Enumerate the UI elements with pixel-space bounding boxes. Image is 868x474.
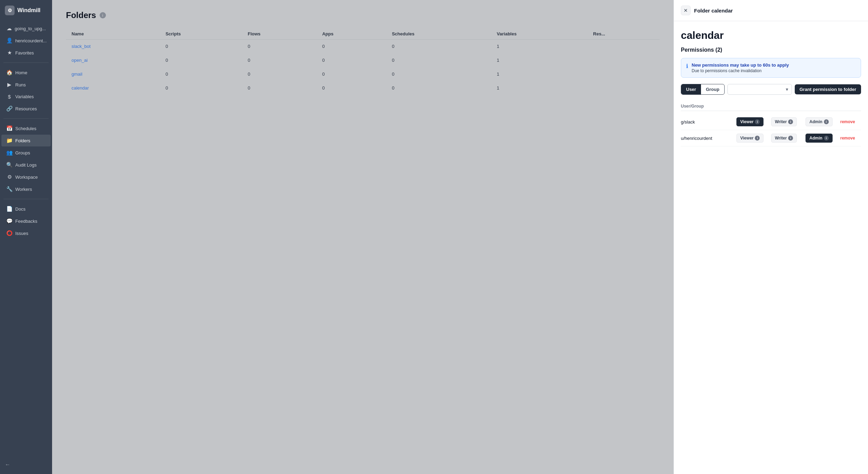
folder-link[interactable]: gmail bbox=[72, 71, 82, 77]
writer-button[interactable]: Writer i bbox=[771, 134, 797, 143]
workspace-nav-label: Workspace bbox=[15, 175, 38, 180]
audit-logs-icon: 🔍 bbox=[6, 162, 12, 168]
sidebar-item-runs[interactable]: ▶ Runs bbox=[1, 79, 51, 91]
workers-label: Workers bbox=[15, 187, 32, 192]
sidebar-item-groups[interactable]: 👥 Groups bbox=[1, 147, 51, 159]
grant-row: User Group ▼ Grant permission to folder bbox=[681, 84, 861, 95]
user-select-wrapper: ▼ bbox=[727, 84, 792, 95]
col-flows: Flows bbox=[242, 28, 317, 40]
panel-header-title: Folder calendar bbox=[694, 8, 733, 14]
table-row: gmail 0 0 0 0 1 bbox=[66, 67, 660, 81]
perm-table-header: User/Group bbox=[681, 102, 861, 111]
workspace-icon: ☁ bbox=[6, 25, 12, 32]
title-info-icon[interactable]: i bbox=[100, 12, 106, 18]
row-apps: 0 bbox=[317, 81, 386, 95]
viewer-button[interactable]: Viewer i bbox=[736, 117, 763, 126]
viewer-button[interactable]: Viewer i bbox=[736, 134, 763, 143]
workspace-settings-icon: ⚙ bbox=[6, 174, 12, 180]
row-res bbox=[587, 81, 660, 95]
folder-link[interactable]: slack_bot bbox=[72, 44, 91, 49]
back-button[interactable]: ← bbox=[0, 458, 52, 471]
row-res bbox=[587, 40, 660, 53]
schedules-icon: 📅 bbox=[6, 125, 12, 132]
feedbacks-icon: 💬 bbox=[6, 218, 12, 224]
issues-label: Issues bbox=[15, 231, 28, 236]
row-res bbox=[587, 53, 660, 67]
permission-row: u/henricourdent Viewer i Writer i Admin … bbox=[681, 130, 861, 146]
schedules-label: Schedules bbox=[15, 126, 36, 131]
viewer-info-icon: i bbox=[755, 119, 760, 124]
row-scripts: 0 bbox=[160, 53, 242, 67]
folders-table: Name Scripts Flows Apps Schedules Variab… bbox=[66, 28, 660, 95]
audit-logs-label: Audit Logs bbox=[15, 162, 36, 168]
perm-user-name: u/henricourdent bbox=[681, 136, 736, 141]
row-schedules: 0 bbox=[386, 40, 491, 53]
sidebar-item-schedules[interactable]: 📅 Schedules bbox=[1, 122, 51, 134]
workspace-label: going_to_upg... bbox=[15, 26, 46, 31]
sidebar-item-docs[interactable]: 📄 Docs bbox=[1, 203, 51, 215]
home-icon: 🏠 bbox=[6, 69, 12, 76]
permission-row: g/slack Viewer i Writer i Admin i remove bbox=[681, 114, 861, 130]
perm-col-writer bbox=[771, 104, 806, 109]
writer-cell: Writer i bbox=[771, 117, 806, 126]
row-variables: 1 bbox=[491, 67, 587, 81]
user-select[interactable] bbox=[727, 84, 792, 95]
user-toggle-button[interactable]: User bbox=[681, 84, 701, 94]
sidebar-item-workspace[interactable]: ☁ going_to_upg... bbox=[1, 23, 51, 34]
group-toggle-button[interactable]: Group bbox=[701, 84, 724, 94]
folder-link[interactable]: open_ai bbox=[72, 58, 87, 63]
sidebar-item-favorites[interactable]: ★ Favorites bbox=[1, 47, 51, 59]
workers-icon: 🔧 bbox=[6, 186, 12, 192]
viewer-cell: Viewer i bbox=[736, 117, 771, 126]
nav-section: 🏠 Home ▶ Runs $ Variables 🔗 Resources bbox=[0, 65, 52, 116]
resources-label: Resources bbox=[15, 106, 37, 111]
col-apps: Apps bbox=[317, 28, 386, 40]
logo-icon: ⚙ bbox=[5, 6, 15, 15]
sidebar-item-folders[interactable]: 📁 Folders bbox=[1, 135, 51, 146]
sidebar-item-home[interactable]: 🏠 Home bbox=[1, 67, 51, 78]
sidebar-item-audit-logs[interactable]: 🔍 Audit Logs bbox=[1, 159, 51, 171]
user-icon: 👤 bbox=[6, 37, 12, 44]
admin-info-icon: i bbox=[824, 136, 829, 141]
info-banner: ℹ New permissions may take up to 60s to … bbox=[681, 58, 861, 78]
admin-button[interactable]: Admin i bbox=[806, 117, 832, 126]
divider-2 bbox=[3, 118, 49, 119]
sidebar-item-user[interactable]: 👤 henricourdent... bbox=[1, 35, 51, 46]
col-scripts: Scripts bbox=[160, 28, 242, 40]
variables-icon: $ bbox=[6, 94, 12, 100]
remove-permission-button[interactable]: remove bbox=[840, 119, 861, 124]
sidebar-item-resources[interactable]: 🔗 Resources bbox=[1, 103, 51, 115]
close-panel-button[interactable]: ✕ bbox=[681, 6, 691, 15]
col-name: Name bbox=[66, 28, 160, 40]
favorites-label: Favorites bbox=[15, 50, 34, 56]
row-scripts: 0 bbox=[160, 67, 242, 81]
admin-button[interactable]: Admin i bbox=[806, 134, 832, 143]
row-variables: 1 bbox=[491, 81, 587, 95]
viewer-info-icon: i bbox=[755, 136, 760, 141]
row-flows: 0 bbox=[242, 53, 317, 67]
runs-icon: ▶ bbox=[6, 82, 12, 88]
col-schedules: Schedules bbox=[386, 28, 491, 40]
sidebar-item-workers[interactable]: 🔧 Workers bbox=[1, 183, 51, 195]
app-logo[interactable]: ⚙ Windmill bbox=[0, 0, 52, 21]
folder-link[interactable]: calendar bbox=[72, 85, 89, 91]
sidebar-item-workspace[interactable]: ⚙ Workspace bbox=[1, 171, 51, 183]
perm-col-admin bbox=[806, 104, 840, 109]
issues-icon: ⭕ bbox=[6, 230, 12, 236]
info-banner-title: New permissions may take up to 60s to ap… bbox=[692, 62, 789, 68]
variables-label: Variables bbox=[15, 94, 34, 99]
writer-button[interactable]: Writer i bbox=[771, 117, 797, 126]
remove-permission-button[interactable]: remove bbox=[840, 136, 861, 141]
row-apps: 0 bbox=[317, 40, 386, 53]
row-name: calendar bbox=[66, 81, 160, 95]
groups-label: Groups bbox=[15, 150, 30, 155]
row-flows: 0 bbox=[242, 81, 317, 95]
runs-label: Runs bbox=[15, 82, 26, 87]
grant-permission-button[interactable]: Grant permission to folder bbox=[795, 84, 861, 94]
sidebar-item-feedbacks[interactable]: 💬 Feedbacks bbox=[1, 215, 51, 227]
divider-1 bbox=[3, 62, 49, 63]
sidebar-item-issues[interactable]: ⭕ Issues bbox=[1, 227, 51, 239]
row-variables: 1 bbox=[491, 40, 587, 53]
table-row: open_ai 0 0 0 0 1 bbox=[66, 53, 660, 67]
sidebar-item-variables[interactable]: $ Variables bbox=[1, 91, 51, 102]
